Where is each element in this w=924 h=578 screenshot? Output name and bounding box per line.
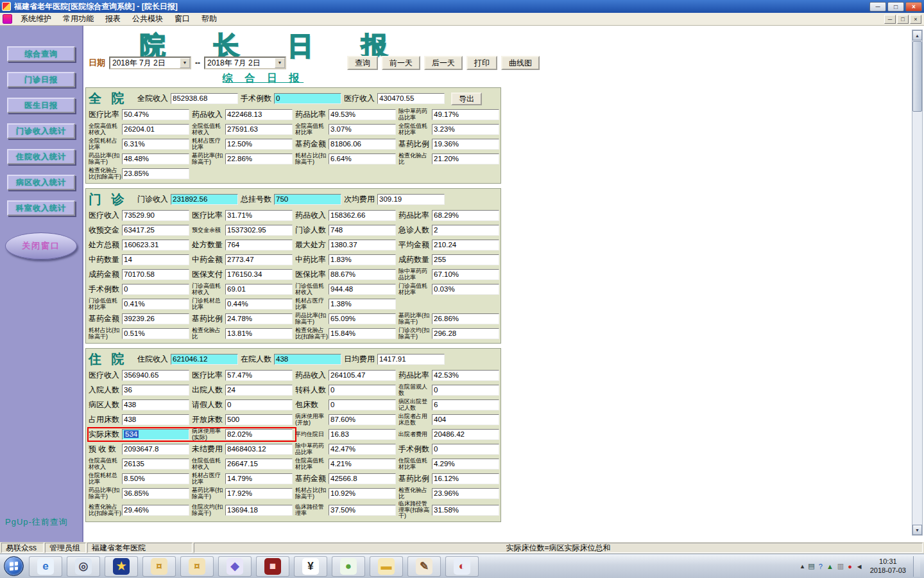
field-value[interactable]: 764 — [225, 240, 293, 250]
field-value[interactable]: 0.51% — [122, 328, 189, 339]
sphere-app-icon[interactable]: ◐ — [445, 556, 479, 577]
sidebar-button[interactable]: 门诊日报 — [7, 72, 75, 87]
field-value[interactable]: 49.53% — [329, 109, 396, 120]
field-value[interactable]: 16.12% — [432, 473, 499, 484]
toolbar-button[interactable]: 前一天 — [382, 56, 420, 70]
magnifier-app-icon[interactable]: ◎ — [67, 556, 100, 577]
diamond-app-icon[interactable]: ◆ — [218, 556, 252, 577]
field-value[interactable]: 422468.13 — [225, 109, 293, 120]
toolbar-button[interactable]: 后一天 — [424, 56, 463, 70]
field-value[interactable]: 264105.47 — [329, 370, 396, 381]
field-value[interactable]: 1380.37 — [329, 240, 396, 250]
field-value[interactable]: 176150.34 — [225, 269, 293, 280]
hidden-icons-icon[interactable]: ▴ — [801, 562, 805, 570]
field-value[interactable]: 0.03% — [432, 284, 499, 295]
field-value[interactable]: 49.17% — [432, 109, 499, 120]
field-value[interactable]: 13.81% — [225, 328, 293, 339]
field-value[interactable]: 63417.25 — [122, 225, 189, 236]
help-icon[interactable]: ? — [819, 563, 823, 570]
field-value[interactable]: 23.85% — [122, 168, 189, 179]
field-value[interactable]: 438 — [122, 399, 189, 410]
field-value[interactable]: 27591.63 — [225, 124, 293, 135]
folder-app-icon[interactable]: ▬ — [370, 556, 403, 577]
alert-app-icon[interactable]: ■ — [256, 556, 289, 577]
field-value[interactable]: 6 — [432, 399, 499, 410]
display-icon[interactable]: ▤ — [808, 562, 814, 570]
sidebar-button[interactable]: 门诊收入统计 — [7, 123, 75, 139]
eject-icon[interactable]: ▲ — [826, 563, 834, 570]
field-value[interactable]: 3.07% — [329, 124, 396, 135]
field-value[interactable]: 24.78% — [225, 313, 293, 324]
media-icon[interactable]: ▥ — [837, 562, 844, 570]
field-value[interactable]: 748 — [329, 225, 396, 236]
field-value[interactable]: 8468403.12 — [225, 444, 293, 455]
field-value[interactable]: 20486.42 — [432, 429, 499, 440]
menu-item[interactable]: 系统维护 — [15, 13, 57, 25]
field-value[interactable]: 50.47% — [122, 109, 189, 120]
menu-item[interactable]: 公共模块 — [126, 13, 169, 25]
sidebar-button[interactable]: 医生日报 — [7, 98, 75, 113]
field-value[interactable]: 13694.18 — [225, 505, 293, 516]
field-value[interactable]: 48.48% — [122, 153, 189, 164]
field-value[interactable]: 1537302.95 — [225, 225, 293, 236]
sidebar-button[interactable]: 综合查询 — [7, 46, 75, 62]
field-value[interactable]: 65.09% — [329, 313, 396, 324]
field-value[interactable]: 12.50% — [225, 139, 293, 150]
start-button[interactable] — [4, 556, 24, 576]
field-value[interactable]: 0 — [122, 284, 189, 295]
field-value[interactable]: 26.86% — [432, 313, 499, 324]
field-value[interactable]: 2 — [432, 225, 499, 236]
sidebar-button[interactable]: 病区收入统计 — [7, 175, 75, 190]
field-value[interactable]: 1.38% — [329, 299, 396, 310]
compass-app-icon[interactable]: ★ — [105, 556, 138, 577]
field-value[interactable]: 36 — [122, 385, 189, 396]
chevron-down-icon[interactable]: ▼ — [275, 58, 285, 68]
field-value[interactable]: 0 — [432, 385, 499, 396]
field-value[interactable]: 68.29% — [432, 210, 499, 221]
menu-item[interactable]: 常用功能 — [57, 13, 99, 25]
yen-app-icon[interactable]: ¥ — [294, 556, 327, 577]
field-value[interactable]: 16.83 — [329, 429, 396, 440]
field-value[interactable]: 42566.8 — [329, 473, 396, 484]
apple-app-icon[interactable]: ● — [332, 556, 365, 577]
field-value[interactable]: 23.96% — [432, 488, 499, 499]
mdi-minimize-button[interactable]: ─ — [884, 15, 896, 24]
field-value[interactable]: 356940.65 — [122, 370, 189, 381]
field-value[interactable]: 17.92% — [225, 488, 293, 499]
field-value[interactable]: 87.60% — [329, 414, 396, 425]
field-value[interactable]: 309.19 — [377, 194, 445, 205]
menu-item[interactable]: 报表 — [99, 13, 126, 25]
sidebar-button[interactable]: 科室收入统计 — [7, 200, 75, 216]
field-value[interactable]: 160623.31 — [122, 240, 189, 250]
toolbar-button[interactable]: 打印 — [466, 56, 497, 70]
field-value[interactable]: 0.44% — [225, 299, 293, 310]
field-value[interactable]: 69.01 — [225, 284, 293, 295]
toolbar-button[interactable]: 曲线图 — [501, 56, 540, 70]
field-value[interactable]: 82.02% — [225, 429, 293, 440]
field-value[interactable]: 2093647.8 — [122, 444, 189, 455]
pen-app-icon[interactable]: ✎ — [407, 556, 441, 577]
scroll-up-icon[interactable]: ▲ — [912, 30, 922, 40]
field-value[interactable]: 70170.58 — [122, 269, 189, 280]
field-value[interactable]: 73529.90 — [122, 210, 189, 221]
close-window-button[interactable]: 关闭窗口 — [5, 232, 77, 259]
field-value[interactable]: 6.31% — [122, 139, 189, 150]
field-value[interactable]: 14 — [122, 254, 189, 265]
menu-item[interactable]: 帮助 — [196, 13, 223, 25]
minimize-button[interactable]: ─ — [869, 2, 886, 12]
field-value[interactable]: 296.28 — [432, 328, 499, 339]
close-button[interactable]: × — [905, 2, 922, 12]
ie-browser-icon[interactable]: e — [29, 556, 62, 577]
field-value[interactable]: 21.20% — [432, 153, 499, 164]
field-value[interactable]: 1417.91 — [377, 354, 445, 365]
field-value[interactable]: 0 — [329, 385, 396, 396]
field-value[interactable]: 0 — [329, 399, 396, 410]
volume-icon[interactable]: ◄ — [856, 563, 863, 570]
field-value[interactable]: 88.67% — [329, 269, 396, 280]
field-value[interactable]: 231892.56 — [171, 194, 238, 205]
field-value[interactable]: 42.47% — [329, 444, 396, 455]
menu-item[interactable]: 窗口 — [169, 13, 196, 25]
field-value[interactable]: 26135 — [122, 459, 189, 469]
field-value[interactable]: 19.36% — [432, 139, 499, 150]
scroll-down-icon[interactable]: ▼ — [912, 525, 922, 535]
